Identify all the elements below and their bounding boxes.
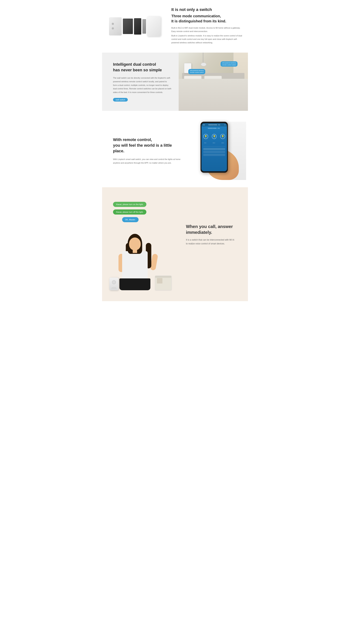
smart-speaker bbox=[109, 278, 118, 290]
speaker-dome bbox=[112, 280, 116, 284]
phone-list-item-3 bbox=[203, 154, 225, 156]
section1-subheadline: Three mode communication,It is distingui… bbox=[171, 14, 244, 24]
woman-face bbox=[129, 238, 141, 250]
phone-app-header: 智能家庭控制面板（3泡） bbox=[202, 126, 227, 130]
speaker-line1 bbox=[111, 288, 117, 289]
section3-body: With Linptech smart wall switch, you can… bbox=[113, 158, 182, 165]
phone-status-bar: ●●● 智能家庭控制面板（3泡） ▪▪▪ bbox=[202, 123, 227, 126]
section2-headline: Intelligent dual control has never been … bbox=[113, 62, 171, 73]
phone-label-3: 灯光三 bbox=[220, 142, 226, 144]
section2-text-block: Intelligent dual control has never been … bbox=[102, 52, 179, 111]
switch-part-black bbox=[134, 18, 141, 34]
phone-list-item-1 bbox=[203, 148, 225, 150]
section-voice-control: Xiaoai, please turn on the light. Xiaoai… bbox=[102, 187, 248, 301]
chat-bubble-3: OK, Master. bbox=[122, 217, 138, 222]
pendant-cord bbox=[203, 52, 203, 64]
pendant-shade bbox=[201, 62, 206, 66]
section-remote-control: With remote control, you will feel the w… bbox=[102, 111, 248, 187]
phone-screen: ●●● 智能家庭控制面板（3泡） ▪▪▪ 智能家庭控制面板（3泡） 💡 💡 💡 … bbox=[202, 123, 227, 171]
phone-device: ●●● 智能家庭控制面板（3泡） ▪▪▪ 智能家庭控制面板（3泡） 💡 💡 💡 … bbox=[201, 122, 228, 173]
switch-parts bbox=[109, 16, 161, 36]
section3-text-block: With remote control, you will feel the w… bbox=[113, 137, 190, 165]
speaker-line2 bbox=[112, 287, 116, 288]
phone-label-2: 灯光二 bbox=[211, 142, 217, 144]
section1-para2: Built-in Linptech's wireless module. It … bbox=[171, 34, 244, 44]
phone-labels-row: 灯光一 灯光二 灯光三 bbox=[202, 141, 227, 145]
section3-headline: With remote control, you will feel the w… bbox=[113, 137, 182, 154]
phone-list bbox=[203, 148, 225, 156]
chat-bubble-1: Xiaoai, please turn on the light. bbox=[113, 202, 146, 207]
section1-text-block: It is not only a switch Three mode commu… bbox=[171, 7, 244, 45]
section4-headline: When you call, answer immediately. bbox=[186, 224, 241, 235]
section1-headline: It is not only a switch bbox=[171, 7, 244, 12]
chat-bubbles-group: Xiaoai, please turn on the light. Xiaoai… bbox=[109, 198, 179, 232]
section2-body: The wall switch can be directly connecte… bbox=[113, 76, 171, 94]
phone-label-1: 灯光一 bbox=[203, 142, 209, 144]
nightstand-drawer bbox=[157, 278, 162, 284]
switch-part-frame bbox=[109, 17, 122, 36]
bedroom-bed bbox=[179, 79, 248, 111]
phone-hand-group: ●●● 智能家庭控制面板（3泡） ▪▪▪ 智能家庭控制面板（3泡） 💡 💡 💡 … bbox=[195, 122, 239, 180]
section4-text-block: When you call, answer immediately. It is… bbox=[186, 220, 241, 246]
switch-exploded-image bbox=[106, 16, 164, 36]
label-left-bubble: self-powered wireless remote control swi… bbox=[188, 69, 205, 74]
section4-left: Xiaoai, please turn on the light. Xiaoai… bbox=[109, 198, 179, 290]
woman-skirt bbox=[119, 278, 150, 290]
section4-body: It is a switch that can be interconnecte… bbox=[186, 238, 241, 246]
phone-list-item-2 bbox=[203, 151, 225, 153]
woman-top bbox=[122, 251, 148, 280]
label-right-bubble: self-powered wireless remote control swi… bbox=[221, 61, 238, 66]
nightstand-top bbox=[155, 276, 171, 278]
chat-bubble-2: Xiaoai, please turn off the light. bbox=[113, 210, 146, 214]
section-dual-control: Intelligent dual control has never been … bbox=[102, 52, 248, 111]
switch-part-cover bbox=[147, 16, 161, 36]
bedroom-background: self-powered wireless remote control swi… bbox=[179, 52, 248, 111]
phone-bulb-3: 💡 bbox=[220, 134, 225, 139]
nightstand bbox=[155, 276, 171, 290]
switch-part-bracket bbox=[142, 19, 146, 34]
section3-phone-image: ●●● 智能家庭控制面板（3泡） ▪▪▪ 智能家庭控制面板（3泡） 💡 💡 💡 … bbox=[190, 122, 244, 180]
section-switch-intro: It is not only a switch Three mode commu… bbox=[102, 0, 248, 52]
woman-figure-group bbox=[109, 232, 171, 290]
phone-icons-row: 💡 💡 💡 bbox=[202, 130, 227, 141]
phone-divider bbox=[203, 146, 225, 146]
section2-bedroom-image: self-powered wireless remote control swi… bbox=[179, 52, 248, 111]
switch-part-circuit bbox=[123, 18, 133, 34]
section1-para1: Built-in BLE & WiFi dual mode module. Ac… bbox=[171, 26, 244, 33]
phone-bulb-1: 💡 bbox=[203, 134, 208, 139]
phone-bulb-2: 💡 bbox=[212, 134, 217, 139]
wall-switch-badge: wall switch bbox=[113, 98, 128, 102]
